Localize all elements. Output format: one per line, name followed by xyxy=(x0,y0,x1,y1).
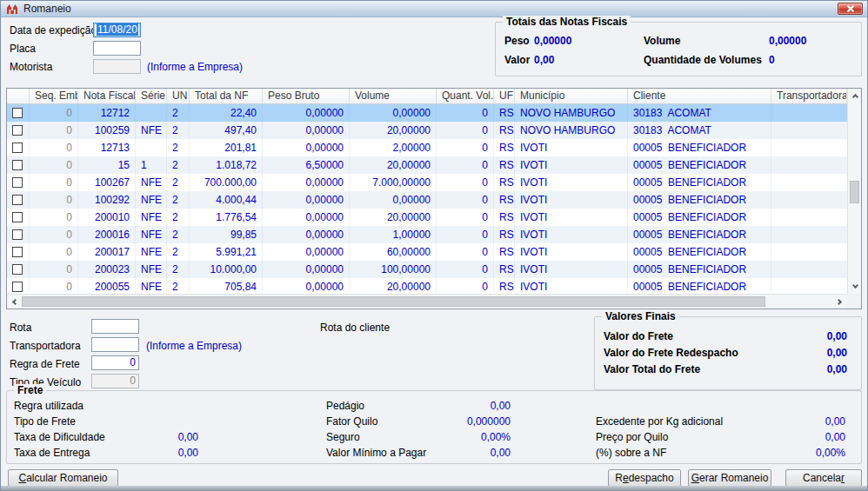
row-checkbox[interactable] xyxy=(12,247,23,257)
table-row[interactable]: 0 15 1 2 1.018,72 6,50000 20,00000 0 RS … xyxy=(7,156,847,174)
totals-group: Totais das Notas Fiscais Peso 0,00000 Vo… xyxy=(495,22,862,76)
horizontal-scroll-thumb[interactable] xyxy=(22,296,765,307)
checkbox-cell xyxy=(7,209,30,226)
frete-col1: Regra utilizada Tipo de Frete Taxa de Di… xyxy=(14,398,198,461)
placa-label: Placa xyxy=(10,43,36,55)
table-row[interactable]: 0 100259 NFE 2 497,40 0,00000 20,00000 0… xyxy=(7,122,847,139)
row-checkbox[interactable] xyxy=(12,212,23,222)
scroll-left-icon[interactable] xyxy=(7,295,21,309)
cell-peso-bruto: 0,00000 xyxy=(263,278,350,294)
table-row[interactable]: 0 200017 NFE 2 5.991,21 0,00000 60,00000… xyxy=(7,243,847,261)
row-checkbox[interactable] xyxy=(12,195,23,205)
vertical-scrollbar[interactable] xyxy=(847,89,861,294)
cell-nota-fiscal: 100292 xyxy=(78,191,136,209)
cell-un: 2 xyxy=(167,174,190,191)
header-serie[interactable]: Série xyxy=(136,89,167,103)
cell-serie: NFE xyxy=(136,243,167,261)
table-row[interactable]: 0 200023 NFE 2 10.000,00 0,00000 100,000… xyxy=(7,261,847,278)
row-checkbox[interactable] xyxy=(12,282,23,292)
row-checkbox[interactable] xyxy=(12,108,23,118)
rota-input[interactable] xyxy=(91,319,139,334)
cell-transportadora xyxy=(771,122,847,139)
scrollbar-corner xyxy=(847,294,861,309)
row-checkbox[interactable] xyxy=(12,229,23,240)
cell-quant-vol: 0 xyxy=(437,174,494,191)
gerar-romaneio-button[interactable]: Gerar Romaneio xyxy=(688,469,771,487)
redespacho-button[interactable]: Redespacho xyxy=(608,469,681,487)
horizontal-scrollbar[interactable] xyxy=(7,294,847,309)
row-checkbox[interactable] xyxy=(12,264,23,275)
scroll-right-icon[interactable] xyxy=(833,295,847,309)
transportadora-input[interactable] xyxy=(91,337,139,352)
header-seq-emb[interactable]: Seq. Emb. xyxy=(30,89,78,103)
scroll-down-icon[interactable] xyxy=(848,280,862,294)
cell-quant-vol: 0 xyxy=(437,226,494,243)
frete-col2: Pedágio 0,00 Fator Quilo 0,000000 Seguro… xyxy=(326,398,511,461)
row-checkbox[interactable] xyxy=(12,160,23,170)
cell-serie: NFE xyxy=(136,278,167,294)
row-checkbox[interactable] xyxy=(12,125,23,136)
cell-serie xyxy=(136,104,167,122)
cell-cliente: 00005 BENEFICIADOR xyxy=(628,243,771,261)
table-row[interactable]: 0 100267 NFE 2 700.000,00 0,00000 7.000,… xyxy=(7,174,847,191)
valores-finais-list: Valor do Frete 0,00 Valor do Frete Redes… xyxy=(604,328,847,378)
header-peso-bruto[interactable]: Peso Bruto xyxy=(263,89,350,103)
date-selected-text: 11/08/20 xyxy=(97,23,138,36)
cell-cliente: 00005 BENEFICIADOR xyxy=(628,278,771,294)
frete-col3: Excedente por Kg adicional 0,00 Preço po… xyxy=(596,414,845,461)
cell-quant-vol: 0 xyxy=(437,243,494,261)
motorista-label: Motorista xyxy=(10,61,52,73)
close-button[interactable] xyxy=(838,3,863,15)
cell-seq-emb: 0 xyxy=(30,174,78,191)
header-nota-fiscal[interactable]: Nota Fiscal xyxy=(78,89,136,103)
table-row[interactable]: 0 200055 NFE 2 705,84 0,00000 20,00000 0… xyxy=(7,278,847,294)
placa-input[interactable] xyxy=(93,41,141,56)
row-checkbox[interactable] xyxy=(12,177,23,188)
regra-frete-input[interactable]: 0 xyxy=(91,355,139,370)
cell-total-nf: 201,81 xyxy=(190,139,263,156)
cancelar-button[interactable]: Cancelar xyxy=(785,469,862,487)
cell-un: 2 xyxy=(167,261,190,278)
table-row[interactable]: 0 12713 2 201,81 0,00000 2,00000 0 RS IV… xyxy=(7,139,847,156)
valores-finais-row: Valor Total do Frete 0,00 xyxy=(604,362,847,378)
cell-uf: RS xyxy=(494,104,515,122)
header-un[interactable]: UN xyxy=(167,89,190,103)
table-row[interactable]: 0 200016 NFE 2 99,85 0,00000 1,00000 0 R… xyxy=(7,226,847,243)
header-volume[interactable]: Volume xyxy=(350,89,437,103)
cell-volume: 60,00000 xyxy=(350,243,437,261)
cell-peso-bruto: 0,00000 xyxy=(263,104,350,122)
cell-peso-bruto: 0,00000 xyxy=(263,122,350,139)
frete-field: Pedágio 0,00 xyxy=(326,398,511,414)
frete-group-title: Frete xyxy=(14,384,46,396)
table-row[interactable]: 0 100292 NFE 2 4.000,44 0,00000 0,00000 … xyxy=(7,191,847,209)
scroll-up-icon[interactable] xyxy=(848,89,862,103)
cell-nota-fiscal: 12712 xyxy=(78,104,136,122)
table-row[interactable]: 0 12712 2 22,40 0,00000 0,00000 0 RS NOV… xyxy=(7,104,847,122)
header-uf[interactable]: UF xyxy=(494,89,515,103)
vertical-scroll-thumb[interactable] xyxy=(850,181,859,203)
cell-volume: 0,00000 xyxy=(350,104,437,122)
cell-volume: 20,00000 xyxy=(350,156,437,174)
cell-quant-vol: 0 xyxy=(437,122,494,139)
cell-nota-fiscal: 200017 xyxy=(78,243,136,261)
data-expedicao-input[interactable]: 11/08/20 xyxy=(93,23,141,37)
cell-serie xyxy=(136,139,167,156)
cell-seq-emb: 0 xyxy=(30,261,78,278)
cell-nota-fiscal: 100259 xyxy=(78,122,136,139)
cell-seq-emb: 0 xyxy=(30,278,78,294)
cell-uf: RS xyxy=(494,209,515,226)
title-bar[interactable]: Romaneio xyxy=(1,1,867,17)
header-quant-vol[interactable]: Quant. Vol. xyxy=(437,89,494,103)
header-municipio[interactable]: Município xyxy=(515,89,628,103)
close-icon xyxy=(846,4,855,13)
cell-municipio: IVOTI xyxy=(515,226,628,243)
cell-peso-bruto: 0,00000 xyxy=(263,209,350,226)
table-row[interactable]: 0 200010 NFE 2 1.776,54 0,00000 20,00000… xyxy=(7,209,847,226)
volume-label: Volume xyxy=(644,35,680,47)
row-checkbox[interactable] xyxy=(12,143,23,153)
calcular-romaneio-button[interactable]: Calcular Romaneio xyxy=(8,469,118,487)
header-transportadora[interactable]: Transportadora xyxy=(771,89,847,103)
header-cliente[interactable]: Cliente xyxy=(628,89,771,103)
cell-quant-vol: 0 xyxy=(437,261,494,278)
header-total-nf[interactable]: Total da NF xyxy=(190,89,263,103)
